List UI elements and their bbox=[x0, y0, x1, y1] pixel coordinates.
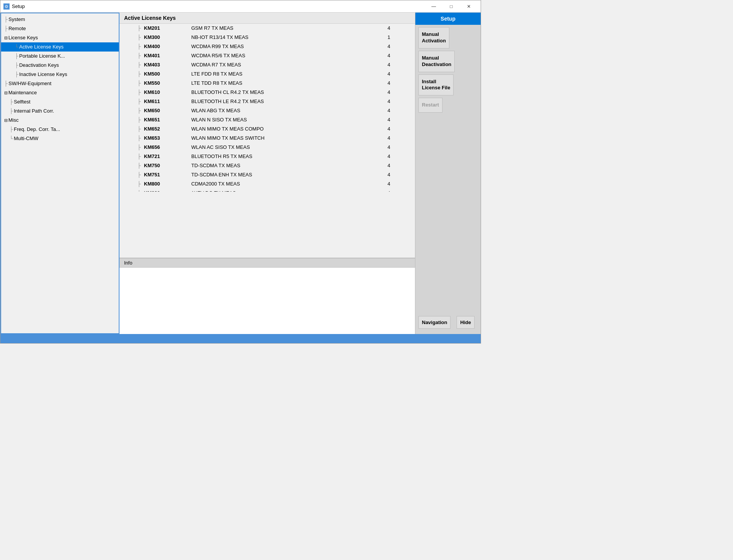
table-body: ├ KM201 GSM R7 TX MEAS 4 ├ KM300 NB-IOT … bbox=[119, 24, 415, 192]
name-cell: WCDMA R99 TX MEAS bbox=[188, 44, 384, 49]
name-cell: LTE TDD R8 TX MEAS bbox=[188, 80, 384, 86]
key-cell: KM401 bbox=[142, 53, 188, 58]
sidebar-item-sw-hw-equipment[interactable]: ├SW/HW-Equipment bbox=[1, 79, 119, 88]
tree-connector: ├ bbox=[119, 144, 142, 150]
nav-buttons-area: NavigationHide bbox=[415, 316, 481, 334]
sidebar-item-remote[interactable]: ├Remote bbox=[1, 24, 119, 33]
table-row[interactable]: ├ KM721 BLUETOOTH R5 TX MEAS 4 bbox=[119, 152, 415, 161]
table-row[interactable]: ├ KM201 GSM R7 TX MEAS 4 bbox=[119, 24, 415, 33]
key-cell: KM611 bbox=[142, 98, 188, 104]
key-cell: KM550 bbox=[142, 80, 188, 86]
key-cell: KM656 bbox=[142, 144, 188, 150]
info-header: Info bbox=[119, 258, 415, 268]
sidebar-tree: ├System├Remote⊟License Keys└Active Licen… bbox=[0, 13, 119, 334]
key-cell: KM653 bbox=[142, 135, 188, 141]
minimize-button[interactable]: — bbox=[425, 0, 442, 13]
title-bar: ⚙ Setup — □ ✕ bbox=[0, 0, 481, 13]
sidebar-item-system[interactable]: ├System bbox=[1, 15, 119, 24]
spacer bbox=[415, 113, 481, 316]
lic-cell: 1 bbox=[384, 34, 415, 40]
tree-connector: ├ bbox=[119, 71, 142, 77]
sidebar-item-deactivation-keys[interactable]: ├Deactivation Keys bbox=[1, 61, 119, 70]
lic-cell: 4 bbox=[384, 144, 415, 150]
lic-cell: 4 bbox=[384, 80, 415, 86]
table-row[interactable]: ├ KM300 NB-IOT R13/14 TX MEAS 1 bbox=[119, 33, 415, 42]
lic-cell: 4 bbox=[384, 44, 415, 49]
sidebar-item-freq-dep-corr[interactable]: ├Freq. Dep. Corr. Ta... bbox=[1, 125, 119, 134]
close-button[interactable]: ✕ bbox=[460, 0, 478, 13]
section-header: Active License Keys bbox=[119, 13, 415, 24]
lic-cell: 4 bbox=[384, 190, 415, 192]
sidebar-item-license-keys[interactable]: ⊟License Keys bbox=[1, 33, 119, 42]
restart-button: Restart bbox=[418, 98, 442, 113]
hide-button[interactable]: Hide bbox=[457, 316, 474, 329]
table-row[interactable]: ├ KM500 LTE FDD R8 TX MEAS 4 bbox=[119, 69, 415, 79]
sidebar-item-selftest[interactable]: ├Selftest bbox=[1, 97, 119, 107]
key-cell: KM500 bbox=[142, 71, 188, 77]
sidebar-item-portable-license-k[interactable]: ├Portable License K... bbox=[1, 52, 119, 61]
name-cell: WLAN MIMO TX MEAS COMPO bbox=[188, 126, 384, 132]
name-cell: BLUETOOTH CL R4.2 TX MEAS bbox=[188, 89, 384, 95]
info-content bbox=[119, 268, 415, 334]
install-license-file-button[interactable]: Install License File bbox=[418, 74, 454, 96]
info-panel: Info bbox=[119, 258, 415, 334]
key-cell: KM650 bbox=[142, 108, 188, 113]
key-cell: KM610 bbox=[142, 89, 188, 95]
table-row[interactable]: ├ KM651 WLAN N SISO TX MEAS 4 bbox=[119, 115, 415, 124]
name-cell: WLAN ABG TX MEAS bbox=[188, 108, 384, 113]
name-cell: BLUETOOTH LE R4.2 TX MEAS bbox=[188, 98, 384, 104]
table-row[interactable]: ├ KM750 TD-SCDMA TX MEAS 4 bbox=[119, 161, 415, 170]
right-buttons-area: Manual ActivationManual DeactivationInst… bbox=[415, 25, 481, 113]
table-row[interactable]: ├ KM656 WLAN AC SISO TX MEAS 4 bbox=[119, 143, 415, 152]
table-row[interactable]: ├ KM403 WCDMA R7 TX MEAS 4 bbox=[119, 60, 415, 69]
license-table-scroll[interactable]: ├ KM201 GSM R7 TX MEAS 4 ├ KM300 NB-IOT … bbox=[119, 24, 415, 192]
tree-connector: ├ bbox=[119, 108, 142, 113]
tree-connector: ├ bbox=[119, 163, 142, 168]
manual-activation-button[interactable]: Manual Activation bbox=[418, 27, 449, 48]
table-row[interactable]: ├ KM652 WLAN MIMO TX MEAS COMPO 4 bbox=[119, 124, 415, 134]
name-cell: LTE FDD R8 TX MEAS bbox=[188, 71, 384, 77]
window-title: Setup bbox=[12, 3, 25, 9]
navigation-button[interactable]: Navigation bbox=[418, 316, 450, 329]
tree-connector: ├ bbox=[119, 172, 142, 178]
table-row[interactable]: ├ KM653 WLAN MIMO TX MEAS SWITCH 4 bbox=[119, 134, 415, 143]
table-row[interactable]: ├ KM400 WCDMA R99 TX MEAS 4 bbox=[119, 42, 415, 51]
sidebar-item-misc[interactable]: ⊟Misc bbox=[1, 116, 119, 125]
manual-deactivation-button[interactable]: Manual Deactivation bbox=[418, 51, 455, 72]
sidebar-item-inactive-license-keys[interactable]: ├Inactive License Keys bbox=[1, 70, 119, 79]
sidebar-item-active-license-keys[interactable]: └Active License Keys bbox=[1, 42, 119, 52]
maximize-button[interactable]: □ bbox=[442, 0, 460, 13]
lic-cell: 4 bbox=[384, 126, 415, 132]
tree-connector: ├ bbox=[119, 53, 142, 58]
lic-cell: 4 bbox=[384, 172, 415, 178]
table-row[interactable]: ├ KM880 1XEV-DO TX MEAS 4 bbox=[119, 189, 415, 192]
table-row[interactable]: ├ KM401 WCDMA R5/6 TX MEAS 4 bbox=[119, 51, 415, 60]
name-cell: TD-SCDMA ENH TX MEAS bbox=[188, 172, 384, 178]
window-controls: — □ ✕ bbox=[425, 0, 478, 13]
table-row[interactable]: ├ KM650 WLAN ABG TX MEAS 4 bbox=[119, 106, 415, 115]
key-cell: KM800 bbox=[142, 181, 188, 187]
lic-cell: 4 bbox=[384, 62, 415, 68]
table-row[interactable]: ├ KM610 BLUETOOTH CL R4.2 TX MEAS 4 bbox=[119, 88, 415, 97]
table-row[interactable]: ├ KM550 LTE TDD R8 TX MEAS 4 bbox=[119, 79, 415, 88]
lic-cell: 4 bbox=[384, 71, 415, 77]
table-row[interactable]: ├ KM800 CDMA2000 TX MEAS 4 bbox=[119, 179, 415, 189]
table-row[interactable]: ├ KM751 TD-SCDMA ENH TX MEAS 4 bbox=[119, 170, 415, 179]
name-cell: WCDMA R5/6 TX MEAS bbox=[188, 53, 384, 58]
name-cell: NB-IOT R13/14 TX MEAS bbox=[188, 34, 384, 40]
key-cell: KM721 bbox=[142, 153, 188, 159]
table-row[interactable]: ├ KM611 BLUETOOTH LE R4.2 TX MEAS 4 bbox=[119, 97, 415, 106]
tree-connector: ├ bbox=[119, 126, 142, 132]
content-area: ├System├Remote⊟License Keys└Active Licen… bbox=[0, 13, 481, 334]
lic-cell: 4 bbox=[384, 25, 415, 31]
sidebar-item-multi-cmw[interactable]: └Multi-CMW bbox=[1, 134, 119, 143]
tree-connector: ├ bbox=[119, 190, 142, 192]
main-content: Active License Keys ├ KM201 GSM R7 TX ME… bbox=[119, 13, 415, 334]
sidebar-item-maintenance[interactable]: ⊟Maintenance bbox=[1, 88, 119, 97]
sidebar-item-internal-path-corr[interactable]: ├Internal Path Corr. bbox=[1, 107, 119, 116]
tree-connector: ├ bbox=[119, 34, 142, 40]
title-bar-left: ⚙ Setup bbox=[3, 3, 25, 10]
key-cell: KM751 bbox=[142, 172, 188, 178]
setup-label: Setup bbox=[415, 13, 481, 25]
tree-connector: ├ bbox=[119, 117, 142, 123]
